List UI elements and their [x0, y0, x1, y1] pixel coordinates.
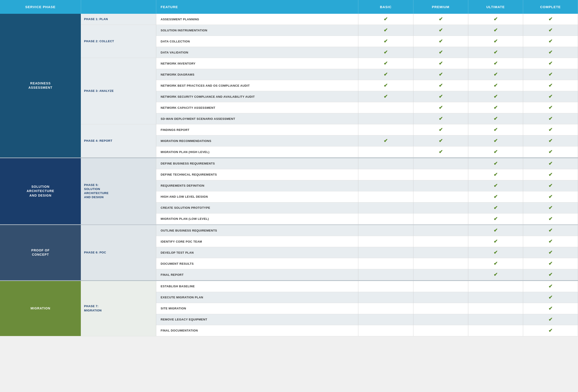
check-icon: ✔	[548, 49, 552, 55]
premium-check-cell	[413, 314, 468, 325]
ultimate-check-cell: ✔	[468, 169, 523, 180]
check-icon: ✔	[493, 250, 498, 256]
check-icon: ✔	[384, 38, 388, 44]
check-icon: ✔	[493, 127, 498, 133]
premium-check-cell: ✔	[413, 25, 468, 36]
feature-cell: IDENTIFY CORE POC TEAM	[156, 236, 358, 247]
check-icon: ✔	[493, 116, 498, 122]
check-icon: ✔	[548, 295, 552, 300]
check-icon: ✔	[548, 27, 552, 33]
category-cell: MIGRATION	[0, 281, 81, 336]
check-icon: ✔	[384, 60, 388, 66]
feature-cell: DEFINE BUSINESS REQUIREMENTS	[156, 158, 358, 169]
ultimate-check-cell: ✔	[468, 124, 523, 135]
ultimate-check-cell: ✔	[468, 191, 523, 202]
check-icon: ✔	[493, 138, 498, 144]
check-icon: ✔	[493, 105, 498, 111]
feature-cell: NETWORK SECURITY COMPLIANCE AND AVAILABI…	[156, 91, 358, 102]
complete-check-cell: ✔	[523, 258, 578, 269]
check-icon: ✔	[548, 94, 552, 99]
premium-header: PREMIUM	[413, 0, 468, 14]
check-icon: ✔	[493, 205, 498, 211]
check-icon: ✔	[439, 16, 443, 22]
check-icon: ✔	[439, 72, 443, 77]
basic-check-cell	[358, 191, 413, 202]
ultimate-check-cell	[468, 303, 523, 314]
basic-check-cell	[358, 202, 413, 213]
check-icon: ✔	[439, 127, 443, 133]
check-icon: ✔	[384, 83, 388, 88]
ultimate-check-cell: ✔	[468, 247, 523, 258]
check-icon: ✔	[548, 72, 552, 77]
phase-cell: PHASE 4: REPORT	[81, 124, 156, 158]
ultimate-check-cell: ✔	[468, 236, 523, 247]
feature-cell: ESTABLISH BASELINE	[156, 281, 358, 292]
basic-check-cell	[358, 213, 413, 224]
feature-cell: DATA COLLECTION	[156, 36, 358, 47]
check-icon: ✔	[493, 272, 498, 278]
feature-cell: DATA VALIDATION	[156, 47, 358, 58]
complete-check-cell: ✔	[523, 146, 578, 158]
basic-check-cell	[358, 146, 413, 158]
phase-cell: PHASE 1: PLAN	[81, 14, 156, 25]
premium-check-cell	[413, 281, 468, 292]
basic-check-cell	[358, 314, 413, 325]
premium-check-cell	[413, 202, 468, 213]
check-icon: ✔	[493, 83, 498, 88]
check-icon: ✔	[548, 205, 552, 211]
premium-check-cell	[413, 191, 468, 202]
check-icon: ✔	[439, 138, 443, 144]
ultimate-check-cell: ✔	[468, 14, 523, 25]
complete-check-cell: ✔	[523, 202, 578, 213]
complete-check-cell: ✔	[523, 247, 578, 258]
header-row: SERVICE PHASE FEATURE BASIC PREMIUM ULTI…	[0, 0, 578, 14]
check-icon: ✔	[548, 60, 552, 66]
feature-cell: DEVELOP TEST PLAN	[156, 247, 358, 258]
ultimate-check-cell: ✔	[468, 180, 523, 191]
ultimate-check-cell: ✔	[468, 213, 523, 224]
premium-check-cell: ✔	[413, 135, 468, 146]
ultimate-check-cell: ✔	[468, 202, 523, 213]
basic-check-cell: ✔	[358, 36, 413, 47]
premium-check-cell: ✔	[413, 146, 468, 158]
premium-check-cell: ✔	[413, 102, 468, 113]
premium-check-cell: ✔	[413, 58, 468, 69]
feature-header: FEATURE	[156, 0, 358, 14]
premium-check-cell	[413, 258, 468, 269]
ultimate-check-cell: ✔	[468, 135, 523, 146]
premium-check-cell	[413, 269, 468, 280]
basic-check-cell	[358, 303, 413, 314]
feature-cell: MIGRATION PLAN (LOW LEVEL)	[156, 213, 358, 224]
basic-check-cell	[358, 258, 413, 269]
ultimate-check-cell: ✔	[468, 69, 523, 80]
ultimate-check-cell: ✔	[468, 47, 523, 58]
ultimate-check-cell: ✔	[468, 36, 523, 47]
premium-check-cell	[413, 158, 468, 169]
complete-check-cell: ✔	[523, 213, 578, 224]
ultimate-check-cell: ✔	[468, 58, 523, 69]
complete-header: COMPLETE	[523, 0, 578, 14]
premium-check-cell	[413, 180, 468, 191]
premium-check-cell	[413, 213, 468, 224]
premium-check-cell: ✔	[413, 80, 468, 91]
ultimate-check-cell	[468, 281, 523, 292]
basic-check-cell	[358, 236, 413, 247]
check-icon: ✔	[493, 161, 498, 167]
basic-check-cell	[358, 169, 413, 180]
premium-check-cell: ✔	[413, 124, 468, 135]
check-icon: ✔	[548, 38, 552, 44]
category-cell: READINESSASSESSMENT	[0, 14, 81, 158]
ultimate-check-cell: ✔	[468, 80, 523, 91]
basic-check-cell	[358, 281, 413, 292]
ultimate-check-cell: ✔	[468, 146, 523, 158]
premium-check-cell: ✔	[413, 14, 468, 25]
check-icon: ✔	[493, 94, 498, 99]
table-row: READINESSASSESSMENTPHASE 1: PLANASSESSME…	[0, 14, 578, 25]
feature-cell: SD-WAN DEPLOYMENT SCENARIO ASSESSMENT	[156, 113, 358, 124]
feature-cell: SOLUTION INSTRUMENTATION	[156, 25, 358, 36]
check-icon: ✔	[493, 239, 498, 244]
check-icon: ✔	[493, 149, 498, 155]
basic-check-cell	[358, 247, 413, 258]
complete-check-cell: ✔	[523, 58, 578, 69]
premium-check-cell	[413, 225, 468, 236]
